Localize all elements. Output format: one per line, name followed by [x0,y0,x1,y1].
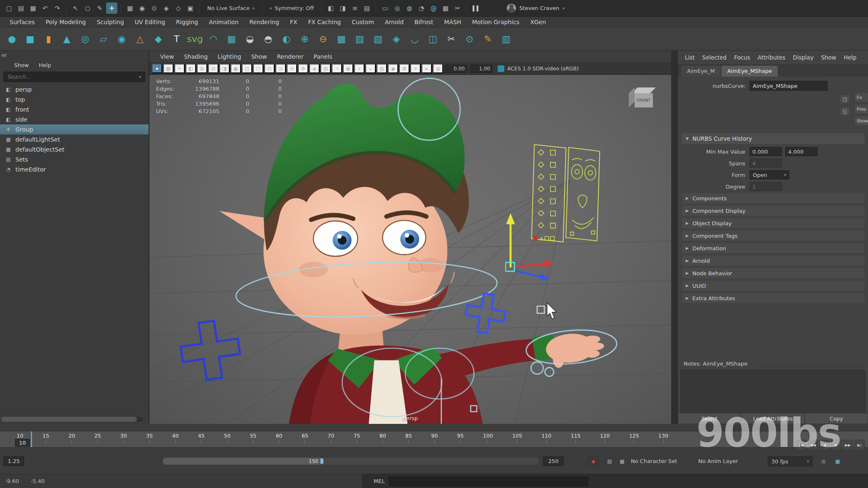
snap-projected-center-icon[interactable]: ◈ [161,2,172,14]
panel-divider[interactable] [671,51,677,424]
side-button[interactable]: Pres [854,104,868,114]
set-key-icon[interactable]: ◆ [588,456,599,466]
step-back-key-button[interactable]: ◀◀ [808,440,818,450]
vp-oversample-icon[interactable]: ⊟ [208,64,218,73]
section-header[interactable]: ▶ Components [682,193,865,203]
list-item[interactable]: ◧ top [0,95,149,105]
insert-edge-loop-icon[interactable]: ▥ [498,30,515,48]
menu-item[interactable]: Custom [346,17,379,27]
menu-item[interactable]: MASH [439,17,466,27]
user-account-dropdown[interactable]: Steven Craven ▾ [503,3,568,14]
menu-item[interactable]: Rigging [171,17,203,27]
sweep-mesh-icon[interactable]: ◠ [205,30,222,48]
section-header[interactable]: ▶ Object Display [682,218,865,228]
view-cube-top-face[interactable] [632,87,656,93]
viewport-menu-item[interactable]: Panels [308,51,337,62]
menu-item[interactable]: Sculpting [91,17,129,27]
poly-prism-icon[interactable]: ◆ [150,30,167,48]
vp-field-chart-icon[interactable]: ◎ [275,64,286,73]
mirror-icon[interactable]: ◫ [424,30,441,48]
list-item[interactable]: ▦ defaultLightSet [0,134,149,144]
attribute-editor-menu-item[interactable]: Show [817,51,840,64]
list-item[interactable]: ◧ front [0,105,149,115]
light-editor-icon[interactable]: ▦ [440,2,451,14]
section-header[interactable]: ▶ UUID [682,281,865,291]
menu-item[interactable]: Bifrost [409,17,439,27]
snap-together-icon[interactable]: ◒ [241,30,258,48]
poly-pyramid-icon[interactable]: △ [131,30,149,48]
render-settings-icon[interactable]: ◔ [416,2,427,14]
attribute-editor-menu-item[interactable]: Focus [730,51,754,64]
section-header[interactable]: ▶ Deformation [682,243,865,253]
view-transform-dropdown[interactable]: ACES 1.0 SDR-video (sRGB) [498,65,579,72]
attribute-editor-menu-item[interactable]: Help [840,51,861,64]
move-tool-icon[interactable]: ✛ [106,2,117,14]
viewport-menu-item[interactable]: Show [246,51,272,62]
vp-screenspace-ao-icon[interactable]: ◒ [365,64,376,73]
vp-wireframe-icon[interactable]: ◈ [309,64,320,73]
menu-item[interactable]: FX Caching [303,17,346,27]
symmetry-dropdown[interactable]: ▾ Symmetry: Off [266,2,318,14]
list-operations-icon[interactable]: ▤ [361,2,372,14]
snap-grid-icon[interactable]: ▦ [124,2,136,14]
node-tab[interactable]: AimEye_MShape [722,66,778,77]
step-back-frame-button[interactable]: ◀ [819,440,830,450]
vp-shaded-icon[interactable]: ▤ [320,64,331,73]
vp-bookmark-icon[interactable]: ◓ [174,64,185,73]
ipr-render-icon[interactable]: ◍ [404,2,415,14]
hypershade-icon[interactable]: @ [428,2,439,14]
list-item[interactable]: ▦ defaultObjectSet [0,144,149,154]
view-cube-front-face[interactable]: FRONT [635,93,653,107]
facial-control-board[interactable]: A [532,144,600,242]
anim-layer-icon[interactable]: ▦ [617,456,627,466]
open-render-view-icon[interactable]: ▭ [379,2,391,14]
attribute-editor-button[interactable]: Select [678,413,741,424]
snap-point-icon[interactable]: ⊙ [149,2,160,14]
vp-gate-mask-icon[interactable]: ⊡ [264,64,275,73]
side-button[interactable]: Fo [854,92,868,102]
smooth-mesh-icon[interactable]: ◐ [278,30,295,48]
vp-2d-pan-icon[interactable]: ⊞ [197,64,207,73]
vp-safe-title-icon[interactable]: ✜ [298,64,308,73]
preferences-grid-icon[interactable]: ▦ [832,456,843,466]
play-forward-button[interactable]: ▶ [831,440,841,450]
snap-curve-icon[interactable]: ◉ [136,2,148,14]
search-input[interactable] [4,74,136,80]
vp-greasepencil-icon[interactable]: ◨ [219,64,230,73]
poly-cylinder-icon[interactable]: ▮ [40,30,57,48]
min-value-field[interactable] [749,147,782,156]
vp-resolution-gate-icon[interactable]: ▢ [253,64,263,73]
snap-view-plane-icon[interactable]: ◇ [173,2,184,14]
menu-item[interactable]: Motion Graphics [466,17,525,27]
vp-select-camera-icon[interactable]: ▾ [152,64,162,73]
section-header[interactable]: ▶ Extra Attributes [682,293,865,303]
target-weld-icon[interactable]: ⊙ [461,30,478,48]
form-dropdown[interactable]: Open ▾ [749,170,789,179]
pin-node-icon[interactable]: ◳ [839,94,851,104]
multi-cut-icon[interactable]: ✂ [443,30,460,48]
section-header[interactable]: ▶ Node Behavior [682,268,865,278]
list-item[interactable]: ◧ persp [0,85,149,95]
component-editor-icon[interactable]: ▦ [223,30,240,48]
attribute-editor-menu-item[interactable]: Display [789,51,817,64]
vp-multisample-icon[interactable]: ◆ [388,64,398,73]
vp-safe-action-icon[interactable]: ✛ [287,64,297,73]
menu-item[interactable]: XGen [525,17,551,27]
section-header[interactable]: ▶ Component Display [682,206,865,216]
gamma-field[interactable] [470,65,493,73]
list-item[interactable]: ◔ timeEditor [0,164,149,174]
go-to-start-button[interactable]: |◀ [796,440,806,450]
select-tool-icon[interactable]: ↖ [70,2,81,14]
view-cube-side-face[interactable] [629,87,635,107]
poly-cone-icon[interactable]: ▲ [58,30,75,48]
viewport-canvas[interactable]: A [149,75,671,424]
section-header[interactable]: ▶ Component Tags [682,231,865,241]
output-connections-icon[interactable]: ◨ [337,2,348,14]
section-header-nurbs-curve-history[interactable]: ▼ NURBS Curve History [682,133,865,144]
fps-dropdown[interactable]: 30 fps ▾ [768,456,813,466]
swap-node-icon[interactable]: ◱ [839,106,851,116]
character-set-dropdown[interactable]: No Character Set [631,454,677,468]
construction-history-icon[interactable]: ≡ [349,2,360,14]
attribute-editor-menu-item[interactable]: Attributes [754,51,789,64]
menu-item[interactable]: Arnold [379,17,409,27]
